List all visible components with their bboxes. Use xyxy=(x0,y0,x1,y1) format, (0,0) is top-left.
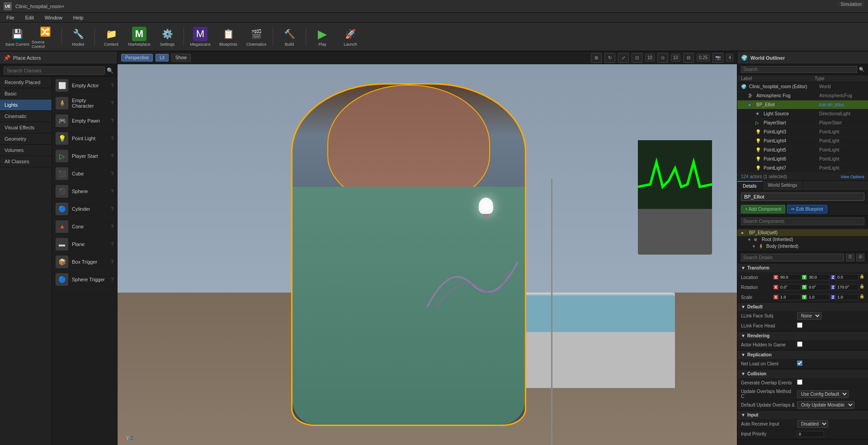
view-options-button[interactable]: View Options xyxy=(840,175,864,179)
menu-edit[interactable]: Edit xyxy=(23,14,37,21)
generate-overlap-checkbox[interactable] xyxy=(797,379,802,385)
outliner-item-pointlight5[interactable]: 💡 PointLight5 PointLight xyxy=(737,146,868,155)
megascans-button[interactable]: M Megascans xyxy=(187,24,214,50)
tab-world-settings[interactable]: World Settings xyxy=(763,181,803,190)
outliner-item-pointlight4[interactable]: 💡 PointLight4 PointLight xyxy=(737,137,868,146)
actor-box-trigger[interactable]: 📦 Box Trigger ? xyxy=(52,253,117,271)
outliner-item-world[interactable]: 🌍 Clinic_hospital_room (Editor) World xyxy=(737,82,868,91)
input-priority-input[interactable] xyxy=(797,431,824,437)
actor-plane[interactable]: ▬ Plane ? xyxy=(52,236,117,253)
outliner-item-bp-elliot[interactable]: ● BP_Elliot Edit BP_Elliot xyxy=(737,100,868,109)
comp-item-body[interactable]: ▼ 🧍 Body (Inherited) xyxy=(737,243,868,250)
menu-file[interactable]: File xyxy=(4,14,17,21)
perspective-button[interactable]: Perspective xyxy=(121,54,153,62)
category-geometry[interactable]: Geometry xyxy=(0,133,52,145)
actor-empty-character[interactable]: 🧍 Empty Character ? xyxy=(52,95,117,112)
search-details-input[interactable] xyxy=(741,254,844,261)
actor-sphere[interactable]: ⚫ Sphere ? xyxy=(52,183,117,200)
outliner-item-fog[interactable]: 🌫 Atmospheric Fog AtmosphericFog xyxy=(737,91,868,100)
outliner-search-input[interactable] xyxy=(741,66,857,73)
scale-x-input[interactable] xyxy=(778,294,801,300)
llink-face-head-checkbox[interactable] xyxy=(797,322,802,328)
actor-player-start[interactable]: ▷ Player Start ? xyxy=(52,147,117,165)
replication-header[interactable]: ▼ Replication xyxy=(737,350,868,359)
location-z-input[interactable] xyxy=(835,274,859,280)
scale-y-input[interactable] xyxy=(807,294,830,300)
rotation-lock-icon[interactable]: 🔒 xyxy=(859,284,864,290)
input-header[interactable]: ▼ Input xyxy=(737,411,868,419)
build-button[interactable]: 🔨 Build xyxy=(276,24,303,50)
settings-button[interactable]: ⚙️ Settings xyxy=(154,24,181,50)
edit-blueprint-button[interactable]: ✏ Edit Blueprint xyxy=(787,205,827,213)
update-overlaps-select[interactable]: Use Config Default xyxy=(797,390,849,398)
rendering-header[interactable]: ▼ Rendering xyxy=(737,331,868,340)
collision-header[interactable]: ▼ Collision xyxy=(737,369,868,378)
marketplace-button[interactable]: M Marketplace xyxy=(126,24,153,50)
details-expand-icon[interactable]: ⊞ xyxy=(856,254,864,261)
vp-ctrl-angle[interactable]: ⊙ xyxy=(657,53,668,63)
scale-z-input[interactable] xyxy=(835,294,859,300)
search-components-input[interactable] xyxy=(741,218,864,225)
actor-sphere-trigger[interactable]: 🔵 Sphere Trigger ? xyxy=(52,271,117,289)
category-basic[interactable]: Basic xyxy=(0,88,52,99)
vp-ctrl-rotate[interactable]: ↻ xyxy=(604,53,615,63)
launch-button[interactable]: 🚀 Launch xyxy=(337,24,364,50)
show-button[interactable]: Show xyxy=(171,54,191,62)
vp-ctrl-camera[interactable]: 📷 xyxy=(712,53,723,63)
comp-item-root[interactable]: ▼ ⊕ Root (Inherited) xyxy=(737,236,868,243)
cinematics-button[interactable]: 🎬 Cinematics xyxy=(243,24,270,50)
source-control-button[interactable]: 🔀 Source Control xyxy=(32,24,59,50)
category-all-classes[interactable]: All Classes xyxy=(0,156,52,167)
location-lock-icon[interactable]: 🔒 xyxy=(859,274,864,280)
actor-point-light[interactable]: 💡 Point Light ? xyxy=(52,130,117,147)
scale-lock-icon[interactable]: 🔒 xyxy=(859,294,864,300)
play-button[interactable]: ▶ Play xyxy=(309,24,336,50)
rotation-z-input[interactable] xyxy=(835,284,859,290)
vp-ctrl-snap[interactable]: ⊡ xyxy=(632,53,642,63)
outliner-item-pointlight3[interactable]: 💡 PointLight3 PointLight xyxy=(737,128,868,137)
vp-ctrl-scale-snap[interactable]: ⊟ xyxy=(683,53,694,63)
location-y-input[interactable] xyxy=(807,274,830,280)
save-current-button[interactable]: 💾 Save Current xyxy=(4,24,31,50)
category-recently-placed[interactable]: Recently Placed xyxy=(0,77,52,88)
viewport-area[interactable]: X Y Z xyxy=(118,64,737,445)
tab-details[interactable]: Details xyxy=(737,181,763,190)
actor-cone[interactable]: 🔺 Cone ? xyxy=(52,218,117,236)
default-update-select[interactable]: Only Update Movable xyxy=(797,401,854,409)
rotation-x-input[interactable] xyxy=(778,284,801,290)
add-component-button[interactable]: + Add Component xyxy=(741,205,785,213)
outliner-item-light-source[interactable]: ☀ Light Source DirectionalLight xyxy=(737,109,868,118)
actor-cylinder[interactable]: 🔵 Cylinder ? xyxy=(52,200,117,218)
outliner-item-pointlight7[interactable]: 💡 PointLight7 PointLight xyxy=(737,164,868,173)
transform-header[interactable]: ▼ Transform xyxy=(737,264,868,272)
net-load-checkbox[interactable] xyxy=(797,360,802,366)
actor-hidden-checkbox[interactable] xyxy=(797,341,802,347)
rotation-y-input[interactable] xyxy=(807,284,830,290)
blueprints-button[interactable]: 📋 Blueprints xyxy=(215,24,242,50)
vp-ctrl-translate[interactable]: ⊞ xyxy=(591,53,602,63)
bp-name-input[interactable] xyxy=(741,193,864,201)
category-lights[interactable]: Lights xyxy=(0,99,52,111)
llink-face-subj-select[interactable]: None xyxy=(797,312,821,320)
empty-character-icon: 🧍 xyxy=(56,97,68,109)
comp-item-self[interactable]: ● BP_Elliot(self) xyxy=(737,229,868,236)
lit-button[interactable]: Lit xyxy=(156,54,169,62)
modes-button[interactable]: 🔧 Modes xyxy=(65,24,92,50)
category-cinematic[interactable]: Cinematic xyxy=(0,111,52,122)
outliner-item-player-start[interactable]: ▷ PlayerStart PlayerStart xyxy=(737,118,868,128)
menu-window[interactable]: Window xyxy=(42,14,65,21)
content-button[interactable]: 📁 Content xyxy=(98,24,125,50)
vp-ctrl-scale[interactable]: ⤢ xyxy=(618,53,629,63)
menu-help[interactable]: Help xyxy=(71,14,86,21)
search-classes-input[interactable] xyxy=(4,66,105,75)
location-x-input[interactable] xyxy=(778,274,801,280)
outliner-item-pointlight6[interactable]: 💡 PointLight6 PointLight xyxy=(737,155,868,164)
actor-empty-pawn[interactable]: 🎮 Empty Pawn ? xyxy=(52,112,117,130)
actor-empty-actor[interactable]: ⬜ Empty Actor ? xyxy=(52,77,117,95)
details-filter-icon[interactable]: ☰ xyxy=(846,254,854,261)
category-visual-effects[interactable]: Visual Effects xyxy=(0,122,52,133)
category-volumes[interactable]: Volumes xyxy=(0,145,52,156)
actor-cube[interactable]: ⬛ Cube ? xyxy=(52,165,117,183)
default-header[interactable]: ▼ Default xyxy=(737,303,868,311)
auto-receive-select[interactable]: Disabled xyxy=(797,420,828,428)
